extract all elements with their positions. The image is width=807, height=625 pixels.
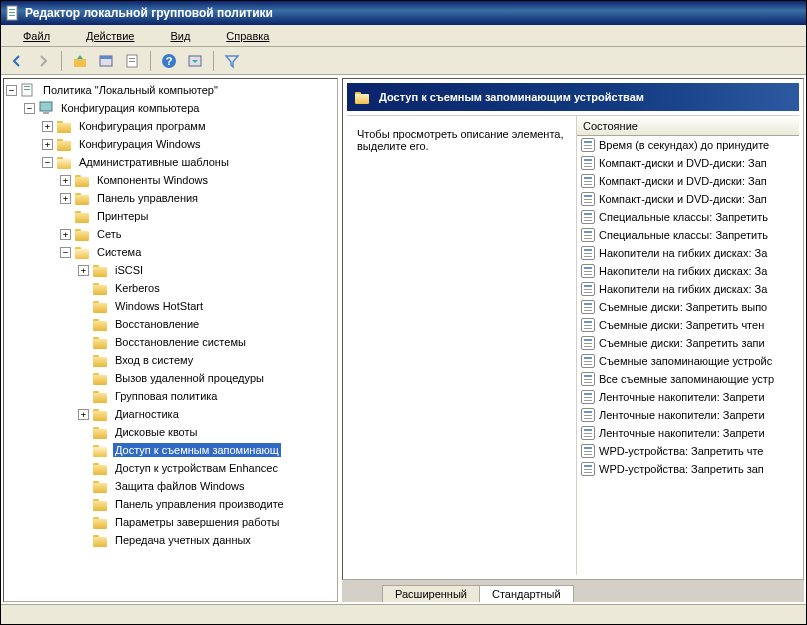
minus-icon[interactable]: − xyxy=(24,103,35,114)
list-item[interactable]: Время (в секундах) до принудите xyxy=(577,136,799,154)
tab-standard[interactable]: Стандартный xyxy=(479,585,574,602)
tree-item[interactable]: Вызов удаленной процедуры xyxy=(78,369,335,387)
tree-root[interactable]: − Политика "Локальный компьютер" xyxy=(6,81,335,99)
list-item-label: Специальные классы: Запретить xyxy=(599,211,768,223)
tree-item[interactable]: Доступ к устройствам Enhancec xyxy=(78,459,335,477)
tree-item[interactable]: Панель управления производите xyxy=(78,495,335,513)
list-item[interactable]: Съемные диски: Запретить выпо xyxy=(577,298,799,316)
tree-item[interactable]: Windows HotStart xyxy=(78,297,335,315)
minus-icon[interactable]: − xyxy=(60,247,71,258)
plus-icon[interactable]: + xyxy=(42,121,53,132)
folder-open-icon xyxy=(355,90,371,104)
list-item-label: Накопители на гибких дисках: За xyxy=(599,283,767,295)
policy-setting-icon xyxy=(581,354,595,368)
tree-item[interactable]: Дисковые квоты xyxy=(78,423,335,441)
menu-help[interactable]: Справка xyxy=(210,28,285,44)
list-item[interactable]: Накопители на гибких дисках: За xyxy=(577,262,799,280)
tab-extended[interactable]: Расширенный xyxy=(382,585,480,602)
computer-icon xyxy=(39,101,55,115)
filter-button[interactable] xyxy=(220,50,244,72)
tree-item[interactable]: Kerberos xyxy=(78,279,335,297)
tree-item[interactable]: Принтеры xyxy=(60,207,335,225)
tree-computer-config[interactable]: − Конфигурация компьютера xyxy=(24,99,335,117)
tree-removable-storage[interactable]: Доступ к съемным запоминающ xyxy=(78,441,335,459)
list-item[interactable]: Съемные диски: Запретить запи xyxy=(577,334,799,352)
list-item[interactable]: Накопители на гибких дисках: За xyxy=(577,280,799,298)
folder-icon xyxy=(93,335,109,349)
settings-list: Состояние Время (в секундах) до принудит… xyxy=(577,116,799,575)
details-header: Доступ к съемным запоминающим устройства… xyxy=(347,83,799,111)
list-item-label: Компакт-диски и DVD-диски: Зап xyxy=(599,157,767,169)
list-item[interactable]: WPD-устройства: Запретить зап xyxy=(577,460,799,478)
list-item[interactable]: Ленточные накопители: Запрети xyxy=(577,424,799,442)
toolbar-divider xyxy=(150,51,151,71)
menu-view[interactable]: Вид xyxy=(154,28,206,44)
list-item[interactable]: Все съемные запоминающие устр xyxy=(577,370,799,388)
column-header-state[interactable]: Состояние xyxy=(577,116,799,136)
list-item[interactable]: Накопители на гибких дисках: За xyxy=(577,244,799,262)
folder-icon xyxy=(93,281,109,295)
tree-admin-templates[interactable]: −Административные шаблоны xyxy=(42,153,335,171)
list-item[interactable]: Ленточные накопители: Запрети xyxy=(577,388,799,406)
list-item[interactable]: Компакт-диски и DVD-диски: Зап xyxy=(577,172,799,190)
menu-action[interactable]: Действие xyxy=(70,28,150,44)
list-item[interactable]: Съемные запоминающие устройс xyxy=(577,352,799,370)
tree-item[interactable]: +Диагностика xyxy=(78,405,335,423)
policy-setting-icon xyxy=(581,156,595,170)
folder-icon xyxy=(93,389,109,403)
plus-icon[interactable]: + xyxy=(42,139,53,150)
tree-system[interactable]: −Система xyxy=(60,243,335,261)
minus-icon[interactable]: − xyxy=(42,157,53,168)
back-button[interactable] xyxy=(5,50,29,72)
list-item[interactable]: WPD-устройства: Запретить чте xyxy=(577,442,799,460)
svg-rect-15 xyxy=(24,89,30,90)
tree-item[interactable]: Параметры завершения работы xyxy=(78,513,335,531)
tree-item[interactable]: +Компоненты Windows xyxy=(60,171,335,189)
tree-item[interactable]: +iSCSI xyxy=(78,261,335,279)
tree-item[interactable]: +Панель управления xyxy=(60,189,335,207)
plus-icon[interactable]: + xyxy=(60,175,71,186)
policy-setting-icon xyxy=(581,300,595,314)
list-item[interactable]: Специальные классы: Запретить xyxy=(577,226,799,244)
properties-button[interactable] xyxy=(94,50,118,72)
forward-button[interactable] xyxy=(31,50,55,72)
list-item-label: Компакт-диски и DVD-диски: Зап xyxy=(599,175,767,187)
plus-icon[interactable]: + xyxy=(78,265,89,276)
tree-item[interactable]: Защита файлов Windows xyxy=(78,477,335,495)
tree-item[interactable]: Вход в систему xyxy=(78,351,335,369)
list-item[interactable]: Компакт-диски и DVD-диски: Зап xyxy=(577,190,799,208)
tree-item[interactable]: Восстановление xyxy=(78,315,335,333)
list-item[interactable]: Компакт-диски и DVD-диски: Зап xyxy=(577,154,799,172)
policy-setting-icon xyxy=(581,462,595,476)
folder-icon xyxy=(75,209,91,223)
tree-item[interactable]: Восстановление системы xyxy=(78,333,335,351)
export-button[interactable] xyxy=(120,50,144,72)
plus-icon[interactable]: + xyxy=(60,193,71,204)
plus-icon[interactable]: + xyxy=(60,229,71,240)
folder-open-icon xyxy=(75,245,91,259)
options-button[interactable] xyxy=(183,50,207,72)
list-item[interactable]: Ленточные накопители: Запрети xyxy=(577,406,799,424)
tree-item[interactable]: Передача учетных данных xyxy=(78,531,335,549)
plus-icon[interactable]: + xyxy=(78,409,89,420)
tree-item[interactable]: +Конфигурация Windows xyxy=(42,135,335,153)
up-button[interactable] xyxy=(68,50,92,72)
list-item-label: Ленточные накопители: Запрети xyxy=(599,409,765,421)
tree-panel[interactable]: − Политика "Локальный компьютер" − Конфи… xyxy=(3,78,338,602)
folder-icon xyxy=(93,263,109,277)
help-button[interactable]: ? xyxy=(157,50,181,72)
folder-icon xyxy=(75,173,91,187)
tree-item[interactable]: +Сеть xyxy=(60,225,335,243)
minus-icon[interactable]: − xyxy=(6,85,17,96)
description-column: Чтобы просмотреть описание элемента, выд… xyxy=(347,116,577,575)
policy-setting-icon xyxy=(581,408,595,422)
policy-setting-icon xyxy=(581,282,595,296)
policy-setting-icon xyxy=(581,210,595,224)
list-item[interactable]: Съемные диски: Запретить чтен xyxy=(577,316,799,334)
policy-setting-icon xyxy=(581,192,595,206)
tree-item[interactable]: Групповая политика xyxy=(78,387,335,405)
tree-item[interactable]: +Конфигурация программ xyxy=(42,117,335,135)
svg-text:?: ? xyxy=(166,55,173,67)
menu-file[interactable]: Файл xyxy=(7,28,66,44)
list-item[interactable]: Специальные классы: Запретить xyxy=(577,208,799,226)
